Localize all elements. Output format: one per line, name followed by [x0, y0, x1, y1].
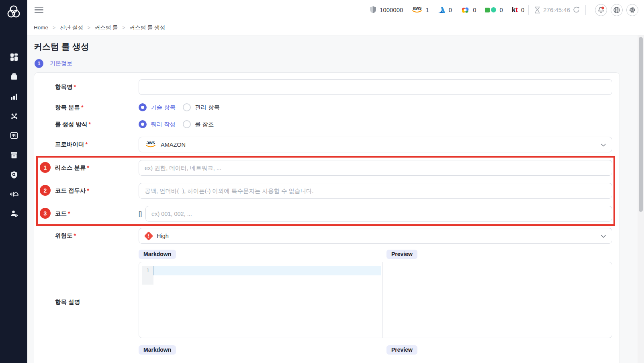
- dashboard-icon: [10, 53, 18, 61]
- refresh-icon[interactable]: [573, 6, 580, 13]
- required-mark: *: [74, 84, 76, 90]
- chevron-down-icon: [601, 234, 606, 239]
- form-row-risk: 위험도* ! High: [55, 228, 612, 244]
- header-divider: [528, 5, 529, 15]
- required-mark: *: [89, 121, 91, 127]
- total-assets-value: 1000000: [380, 6, 403, 13]
- sidebar-item-security-scan[interactable]: [10, 170, 18, 179]
- form-row-provider: 프로바이더* aws AMAZON: [55, 137, 612, 152]
- main-content: 커스텀 룰 생성 1 기본정보 항목명* 항목 분류* 기술 항목 관리 항목 …: [27, 35, 644, 363]
- sidebar-item-workspace[interactable]: [10, 72, 18, 81]
- code-prefix-input[interactable]: [139, 183, 612, 199]
- page-title: 커스텀 룰 생성: [34, 41, 89, 52]
- preview-pane-label: Preview: [386, 345, 417, 355]
- radio-tech-item[interactable]: 기술 항목: [139, 103, 176, 111]
- aws-count-value: 1: [425, 6, 429, 13]
- settings-button[interactable]: [626, 4, 638, 16]
- gcp-counter: 0: [461, 6, 476, 13]
- field-label: 위험도*: [55, 232, 139, 240]
- kt-count-value: 0: [521, 6, 524, 13]
- breadcrumb-separator: >: [88, 25, 90, 31]
- radio-selected-icon: [139, 120, 147, 128]
- notification-dot: [601, 6, 604, 9]
- required-mark: *: [87, 164, 90, 171]
- field-label: 리소스 분류*: [55, 164, 139, 172]
- header-divider: [585, 5, 586, 15]
- radio-rule-reference[interactable]: 룰 참조: [183, 120, 214, 128]
- naver-count-value: 0: [499, 6, 503, 13]
- total-assets-counter: 1000000: [370, 6, 403, 14]
- resource-category-input[interactable]: [139, 160, 612, 176]
- editor-active-line: [153, 266, 381, 275]
- barcode-panel-icon: [10, 131, 18, 139]
- form-row-code: 코드* []: [55, 206, 612, 221]
- step-label: 기본정보: [50, 60, 72, 67]
- field-label: 코드*: [55, 210, 139, 217]
- provider-select[interactable]: aws AMAZON: [139, 137, 612, 152]
- breadcrumb-separator: >: [123, 25, 125, 31]
- shield-search-icon: [10, 171, 18, 179]
- risk-select[interactable]: ! High: [139, 228, 612, 244]
- risk-value: High: [157, 233, 169, 239]
- top-header: 1000000 aws 1 0 0: [27, 0, 644, 20]
- sidebar-item-user-settings[interactable]: [10, 209, 18, 218]
- radio-unselected-icon: [183, 103, 191, 111]
- field-label: 룰 생성 방식*: [55, 121, 139, 128]
- menu-toggle-button[interactable]: [35, 7, 43, 13]
- field-label: 항목명*: [55, 83, 139, 91]
- editor-caret: [153, 266, 154, 275]
- breadcrumb-home[interactable]: Home: [34, 25, 48, 31]
- sidebar-item-inventory[interactable]: [10, 131, 18, 140]
- breadcrumb: Home > 진단 설정 > 커스텀 룰 > 커스텀 룰 생성: [27, 20, 644, 35]
- sidebar-item-resources[interactable]: [10, 112, 18, 121]
- radio-selected-icon: [139, 103, 147, 111]
- breadcrumb-diagnosis-settings[interactable]: 진단 설정: [60, 24, 83, 31]
- sidebar: [0, 0, 27, 363]
- user-settings-icon: [10, 209, 18, 217]
- cluster-icon: [10, 112, 18, 120]
- naver-cloud-counter: 0: [485, 6, 503, 13]
- breadcrumb-custom-rule[interactable]: 커스텀 룰: [95, 24, 118, 31]
- line-number-gutter: 1: [142, 266, 153, 285]
- session-timer: 276:45:46: [534, 6, 580, 14]
- field-label: 항목 분류*: [55, 104, 139, 111]
- field-label: 프로바이더*: [55, 141, 139, 148]
- markdown-pane-label: Markdown: [139, 250, 176, 259]
- azure-count-value: 0: [449, 6, 452, 13]
- notifications-button[interactable]: [595, 4, 607, 16]
- bell-icon: [597, 6, 605, 14]
- sidebar-item-archive[interactable]: [10, 151, 18, 160]
- chevron-down-icon: [601, 142, 606, 148]
- aws-icon: aws: [412, 6, 422, 13]
- app-logo-triquetra-icon[interactable]: [7, 4, 20, 20]
- form-row-resource-category: 리소스 분류*: [55, 160, 612, 176]
- breadcrumb-separator: >: [53, 25, 55, 31]
- sidebar-item-dashboard[interactable]: [10, 53, 18, 62]
- required-mark: *: [87, 187, 90, 194]
- code-input[interactable]: [145, 206, 612, 221]
- field-label: 코드 접두사*: [55, 187, 139, 195]
- azure-icon: [438, 6, 446, 13]
- hourglass-icon: [534, 6, 540, 14]
- radio-unselected-icon: [183, 120, 191, 128]
- required-mark: *: [81, 104, 84, 111]
- radio-management-item[interactable]: 관리 항목: [183, 103, 220, 111]
- timer-value: 276:45:46: [543, 6, 570, 13]
- aws-counter: aws 1: [412, 6, 429, 13]
- audio-cloud-icon: [10, 190, 18, 198]
- sidebar-item-monitoring[interactable]: [10, 190, 18, 199]
- sidebar-item-statistics[interactable]: [10, 92, 18, 101]
- archive-box-icon: [10, 151, 18, 159]
- preview-pane-label: Preview: [386, 250, 417, 259]
- radio-write-query[interactable]: 쿼리 작성: [139, 120, 176, 128]
- gcp-icon: [461, 6, 470, 13]
- language-button[interactable]: [611, 4, 623, 16]
- kt-icon: kt: [512, 6, 518, 14]
- markdown-editor-pane[interactable]: 1: [139, 262, 382, 338]
- field-label: 항목 설명: [55, 298, 139, 306]
- required-mark: *: [68, 210, 70, 217]
- risk-high-icon: !: [144, 231, 153, 240]
- item-name-input[interactable]: [139, 79, 612, 95]
- markdown-pane-label: Markdown: [139, 345, 176, 355]
- page-scrollbar-thumb[interactable]: [639, 37, 643, 212]
